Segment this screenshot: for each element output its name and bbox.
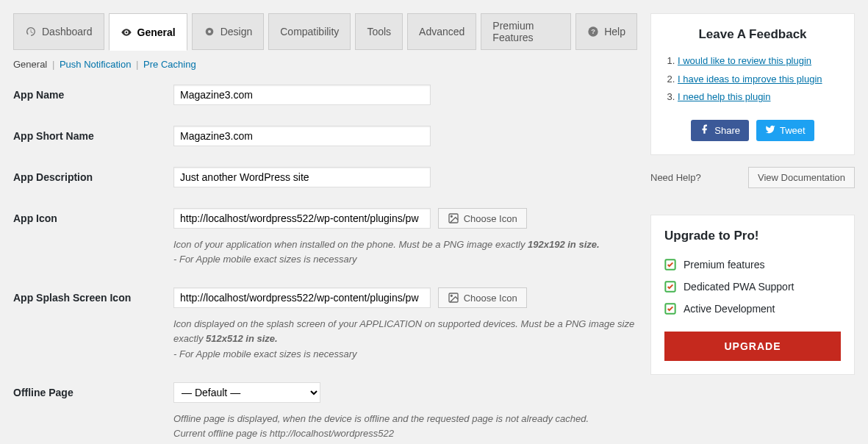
feedback-link-ideas[interactable]: I have ideas to improve this plugin bbox=[678, 74, 822, 85]
tab-label: Design bbox=[220, 26, 253, 37]
feedback-link-help[interactable]: I need help this plugin bbox=[678, 91, 770, 102]
svg-text:?: ? bbox=[591, 28, 595, 35]
pro-item: Dedicated PWA Support bbox=[664, 276, 841, 298]
input-splash-icon[interactable] bbox=[173, 287, 431, 308]
tab-dashboard[interactable]: Dashboard bbox=[13, 13, 104, 50]
tab-general[interactable]: General bbox=[109, 13, 187, 51]
button-label: Choose Icon bbox=[464, 293, 517, 304]
subnav-push[interactable]: Push Notification bbox=[60, 59, 132, 70]
svg-point-1 bbox=[208, 30, 211, 33]
feedback-link-review[interactable]: I would like to review this plugin bbox=[678, 55, 811, 66]
upgrade-title: Upgrade to Pro! bbox=[664, 229, 841, 243]
tab-label: Premium Features bbox=[492, 20, 559, 43]
tab-label: Help bbox=[604, 26, 625, 37]
select-offline-page[interactable]: — Default — bbox=[173, 382, 320, 403]
eye-icon bbox=[121, 26, 132, 38]
pro-item-label: Active Development bbox=[684, 303, 775, 315]
input-app-description[interactable] bbox=[173, 167, 431, 187]
help-offline-page: Offline page is displayed, when the devi… bbox=[173, 412, 637, 441]
label-app-name: App Name bbox=[13, 85, 173, 101]
subnav-general: General bbox=[13, 59, 47, 70]
input-app-name[interactable] bbox=[173, 85, 431, 105]
pro-item-label: Premium features bbox=[684, 259, 764, 271]
help-app-icon: Icon of your application when installed … bbox=[173, 237, 637, 267]
label-offline-page: Offline Page bbox=[13, 382, 173, 398]
help-splash-icon: Icon displayed on the splash screen of y… bbox=[173, 317, 637, 361]
pro-item: Active Development bbox=[664, 298, 841, 320]
design-icon bbox=[204, 26, 215, 37]
tab-premium[interactable]: Premium Features bbox=[481, 13, 571, 50]
tab-label: Dashboard bbox=[42, 26, 93, 37]
subnav-precache[interactable]: Pre Caching bbox=[143, 59, 196, 70]
dashboard-icon bbox=[25, 26, 37, 37]
help-icon: ? bbox=[587, 26, 599, 37]
tab-bar: Dashboard General Design Compatibility T… bbox=[13, 13, 637, 50]
input-app-icon[interactable] bbox=[173, 208, 431, 229]
label-splash-icon: App Splash Screen Icon bbox=[13, 287, 173, 304]
tab-label: Tools bbox=[367, 26, 391, 37]
button-label: Choose Icon bbox=[464, 213, 517, 224]
check-icon bbox=[664, 259, 676, 271]
tab-advanced[interactable]: Advanced bbox=[407, 13, 476, 50]
label-app-short-name: App Short Name bbox=[13, 126, 173, 142]
svg-point-5 bbox=[451, 215, 452, 217]
share-twitter-button[interactable]: Tweet bbox=[756, 120, 814, 141]
tab-tools[interactable]: Tools bbox=[355, 13, 403, 50]
facebook-icon bbox=[700, 124, 710, 137]
pro-item-label: Dedicated PWA Support bbox=[684, 281, 794, 293]
check-icon bbox=[664, 281, 676, 293]
feedback-card: Leave A Feedback I would like to review … bbox=[650, 13, 855, 155]
subnav: General | Push Notification | Pre Cachin… bbox=[13, 59, 637, 70]
upgrade-card: Upgrade to Pro! Premium features Dedicat… bbox=[650, 215, 855, 375]
feedback-title: Leave A Feedback bbox=[664, 27, 841, 42]
share-facebook-button[interactable]: Share bbox=[691, 120, 749, 141]
label-app-icon: App Icon bbox=[13, 208, 173, 224]
need-help-label: Need Help? bbox=[650, 172, 701, 183]
upgrade-button[interactable]: UPGRADE bbox=[664, 332, 841, 361]
image-icon bbox=[448, 292, 459, 304]
tab-help[interactable]: ? Help bbox=[575, 13, 637, 50]
tab-label: Compatibility bbox=[280, 26, 339, 37]
tab-label: Advanced bbox=[419, 26, 465, 37]
choose-splash-icon-button[interactable]: Choose Icon bbox=[438, 287, 527, 308]
tab-label: General bbox=[137, 26, 176, 38]
tab-compatibility[interactable]: Compatibility bbox=[268, 13, 351, 50]
tab-design[interactable]: Design bbox=[192, 13, 265, 50]
choose-icon-button[interactable]: Choose Icon bbox=[438, 208, 527, 229]
pro-item: Premium features bbox=[664, 254, 841, 276]
twitter-icon bbox=[765, 124, 775, 137]
input-app-short-name[interactable] bbox=[173, 126, 431, 146]
svg-point-7 bbox=[451, 296, 452, 297]
image-icon bbox=[448, 212, 459, 224]
label-app-description: App Description bbox=[13, 167, 173, 183]
check-icon bbox=[664, 303, 676, 315]
button-label: Tweet bbox=[780, 125, 806, 136]
view-documentation-button[interactable]: View Documentation bbox=[748, 167, 855, 188]
button-label: Share bbox=[714, 125, 740, 136]
